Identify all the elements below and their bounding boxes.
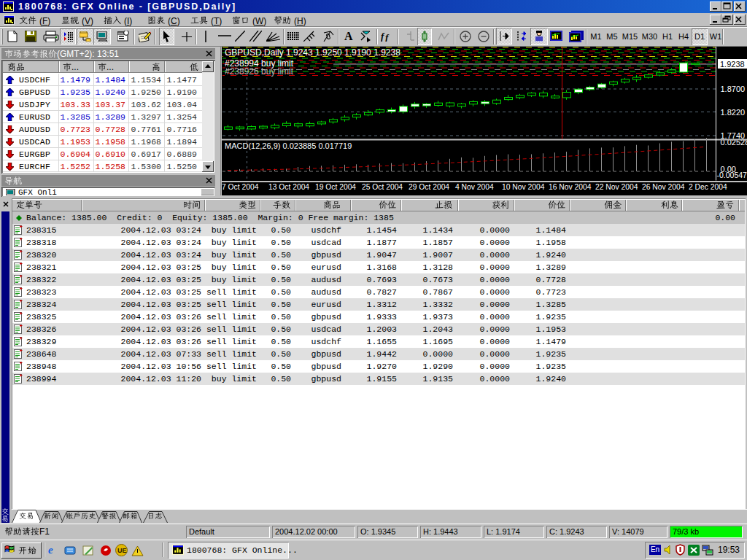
svg-text:19 Oct 2004: 19 Oct 2004 (315, 183, 356, 191)
svg-text:16 Nov 2004: 16 Nov 2004 (549, 183, 592, 191)
svg-text:f: f (385, 32, 390, 42)
svg-text:22 Nov 2004: 22 Nov 2004 (595, 183, 638, 191)
svg-text:MACD(12,26,9) 0.023885 0.0177: MACD(12,26,9) 0.023885 0.017719 (225, 141, 352, 150)
svg-text:25 Oct 2004: 25 Oct 2004 (362, 183, 403, 191)
svg-text:10 Nov 2004: 10 Nov 2004 (502, 183, 545, 191)
svg-text:#238926 buy limit: #238926 buy limit (225, 66, 294, 77)
svg-text:13 Oct 2004: 13 Oct 2004 (268, 183, 309, 191)
svg-text:A: A (344, 31, 353, 42)
svg-text:26 Nov 2004: 26 Nov 2004 (642, 183, 685, 191)
svg-text:GBPUSD,Daily 1.9243 1.9250 1.: GBPUSD,Daily 1.9243 1.9250 1.9190 1.9238 (225, 47, 400, 58)
svg-text:7 Oct 2004: 7 Oct 2004 (222, 183, 259, 191)
svg-text:UE: UE (117, 547, 127, 554)
svg-text:4 Nov 2004: 4 Nov 2004 (455, 183, 494, 191)
svg-text:...: ... (107, 62, 114, 72)
svg-text:2 Dec 2004: 2 Dec 2004 (689, 183, 727, 191)
svg-text:1.9238: 1.9238 (720, 60, 745, 69)
svg-text:...: ... (71, 62, 79, 72)
svg-text:-0.00547: -0.00547 (717, 171, 747, 179)
svg-text:(GMT+2): 13:51: (GMT+2): 13:51 (57, 49, 119, 59)
svg-text:1.8700: 1.8700 (721, 85, 746, 93)
svg-text:1.8220: 1.8220 (721, 108, 746, 117)
svg-text:29 Oct 2004: 29 Oct 2004 (409, 183, 449, 191)
svg-text:F1: F1 (39, 526, 50, 537)
